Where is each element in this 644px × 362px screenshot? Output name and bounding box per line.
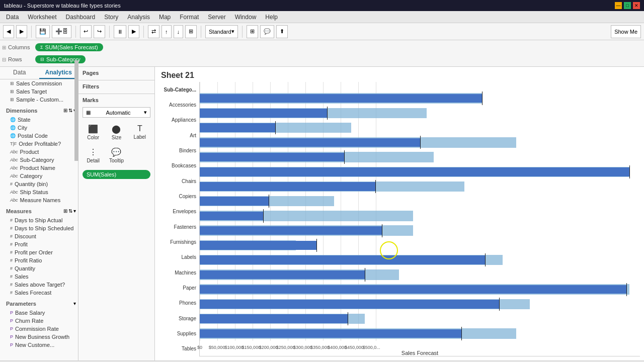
meas-discount[interactable]: # Discount — [0, 232, 78, 240]
minimize-button[interactable]: — — [615, 2, 622, 9]
pause-button[interactable]: ⏸ — [114, 25, 126, 38]
measures-sort-icon[interactable]: ⇅ — [68, 208, 72, 214]
sort-asc-button[interactable]: ↑ — [162, 25, 172, 38]
measures-expand-icon[interactable]: ▾ — [73, 208, 76, 214]
menu-map[interactable]: Map — [155, 13, 175, 22]
param-new-customer[interactable]: P New Custome... — [0, 341, 78, 349]
meas-profit[interactable]: # Profit — [0, 240, 78, 248]
dim-order-profitable[interactable]: T|F Order Profitable? — [0, 140, 78, 148]
field-sales-commission[interactable]: ⊞ Sales Commission — [0, 79, 78, 87]
bar-row[interactable] — [200, 209, 640, 223]
tab-analytics[interactable]: Analytics — [39, 67, 78, 79]
meas-profit-ratio[interactable]: # Profit Ratio — [0, 256, 78, 264]
field-sales-target[interactable]: ⊞ Sales Target — [0, 87, 78, 96]
meas-days-ship-scheduled[interactable]: # Days to Ship Scheduled — [0, 224, 78, 232]
add-datasource-button[interactable]: ➕🗄 — [52, 25, 71, 38]
bar-row[interactable] — [200, 297, 640, 311]
left-panel-scrollbar[interactable] — [74, 67, 78, 161]
dimensions-grid-icon[interactable]: ⊞ — [63, 108, 67, 113]
meas-sales-above-target[interactable]: # Sales above Target? — [0, 281, 78, 289]
fit-button[interactable]: ⊞ — [247, 25, 258, 38]
menu-help[interactable]: Help — [261, 13, 282, 22]
dim-state[interactable]: 🌐 State — [0, 116, 78, 124]
marks-color[interactable]: ⬛ Color — [83, 122, 104, 143]
x-tick-label: $450,000 — [345, 345, 364, 350]
bar-row[interactable] — [200, 223, 640, 238]
dim-postal-code[interactable]: 🌐 Postal Code — [0, 132, 78, 140]
meas-profit-per-order[interactable]: # Profit per Order — [0, 248, 78, 256]
meas-sales[interactable]: # Sales — [0, 273, 78, 281]
menu-server[interactable]: Server — [204, 13, 229, 22]
bar-row[interactable] — [200, 238, 640, 252]
sum-sales-pill[interactable]: SUM(Sales) — [83, 170, 150, 179]
reference-line — [485, 253, 486, 266]
param-new-business-growth[interactable]: P New Business Growth — [0, 333, 78, 341]
columns-pill[interactable]: Σ SUM(Sales Forecast) — [35, 43, 103, 51]
meas-sales-forecast[interactable]: # Sales Forecast — [0, 289, 78, 297]
marks-label[interactable]: T Label — [129, 122, 150, 143]
undo-button[interactable]: ↩ — [80, 25, 92, 38]
dim-category[interactable]: Abc Category — [0, 172, 78, 180]
measures-grid-icon[interactable]: ⊞ — [63, 208, 67, 214]
abc-icon: Abc — [10, 173, 18, 178]
close-button[interactable]: ✕ — [633, 2, 640, 9]
run-button[interactable]: ▶ — [128, 25, 139, 38]
dim-measure-names[interactable]: Abc Measure Names — [0, 196, 78, 204]
bar-row[interactable] — [200, 253, 640, 267]
bar-row[interactable] — [200, 106, 640, 120]
marks-detail[interactable]: ⋮ Detail — [83, 145, 104, 166]
bar-row[interactable] — [200, 164, 640, 179]
redo-button[interactable]: ↪ — [94, 25, 105, 38]
toolbar: ◀ ▶ 💾 ➕🗄 ↩ ↪ ⏸ ▶ ⇄ ↑ ↓ ⊞ Standard ▾ ⊞ 💬 … — [0, 23, 644, 40]
meas-quantity[interactable]: # Quantity — [0, 264, 78, 273]
dim-sub-category[interactable]: Abc Sub-Category — [0, 156, 78, 164]
menu-analysis[interactable]: Analysis — [123, 13, 154, 22]
field-sample-customers[interactable]: ⊞ Sample - Custom... — [0, 96, 78, 104]
menu-format[interactable]: Format — [176, 13, 203, 22]
bar-row[interactable] — [200, 194, 640, 209]
marks-size[interactable]: ⬤ Size — [106, 122, 127, 143]
parameters-expand-icon[interactable]: ▾ — [73, 301, 76, 306]
group-button[interactable]: ⊞ — [185, 25, 197, 38]
swap-button[interactable]: ⇄ — [148, 25, 159, 38]
bar-row[interactable] — [200, 91, 640, 106]
back-button[interactable]: ◀ — [3, 25, 14, 38]
dimensions-sort-icon[interactable]: ⇅ — [68, 108, 72, 113]
sort-desc-button[interactable]: ↓ — [174, 25, 184, 38]
bar-row[interactable] — [200, 312, 640, 326]
dim-product-name[interactable]: Abc Product Name — [0, 164, 78, 172]
dim-product[interactable]: Abc Product — [0, 148, 78, 156]
bar-row[interactable] — [200, 120, 640, 135]
show-me-button[interactable]: Show Me — [611, 25, 641, 38]
meas-days-ship-actual[interactable]: # Days to Ship Actual — [0, 216, 78, 224]
param-churn-rate[interactable]: P Churn Rate — [0, 317, 78, 325]
hash-icon: # — [10, 290, 13, 295]
save-button[interactable]: 💾 — [36, 25, 50, 38]
forward-button[interactable]: ▶ — [16, 25, 27, 38]
menu-data[interactable]: Data — [2, 13, 23, 22]
marks-type-dropdown[interactable]: ▦ Automatic ▾ — [83, 107, 150, 118]
share-button[interactable]: ⬆ — [276, 25, 288, 38]
menu-dashboard[interactable]: Dashboard — [62, 13, 100, 22]
standard-dropdown[interactable]: Standard ▾ — [205, 25, 238, 38]
dim-ship-status[interactable]: Abc Ship Status — [0, 188, 78, 196]
dim-quantity-bin[interactable]: # Quantity (bin) — [0, 180, 78, 188]
bar-row[interactable] — [200, 135, 640, 150]
dim-city[interactable]: 🌐 City — [0, 124, 78, 132]
menu-worksheet[interactable]: Worksheet — [24, 13, 60, 22]
param-commission-rate[interactable]: P Commission Rate — [0, 325, 78, 333]
bar-row[interactable] — [200, 326, 640, 341]
bar-row[interactable] — [200, 267, 640, 282]
menu-window[interactable]: Window — [231, 13, 261, 22]
param-base-salary[interactable]: P Base Salary — [0, 309, 78, 317]
menu-story[interactable]: Story — [100, 13, 122, 22]
param-icon: P — [10, 318, 13, 323]
bar-row[interactable] — [200, 179, 640, 194]
bar-row[interactable] — [200, 282, 640, 297]
reference-line — [420, 136, 421, 149]
marks-tooltip[interactable]: 💬 Tooltip — [106, 145, 127, 166]
bar-row[interactable] — [200, 150, 640, 164]
tab-data[interactable]: Data — [0, 67, 39, 79]
maximize-button[interactable]: □ — [624, 2, 631, 9]
tooltip-button[interactable]: 💬 — [260, 25, 274, 38]
